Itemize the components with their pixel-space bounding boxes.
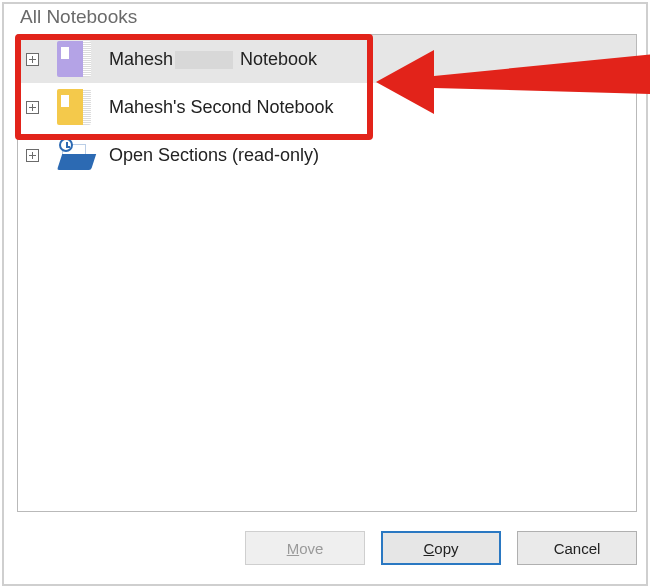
notebook-icon (57, 41, 91, 77)
open-sections-label: Open Sections (read-only) (109, 145, 319, 166)
dialog-buttons: Move Copy Cancel (17, 524, 637, 572)
tree-header: All Notebooks (20, 6, 137, 28)
notebook-label: Mahesh Notebook (109, 49, 317, 70)
move-button: Move (245, 531, 365, 565)
expand-icon[interactable] (26, 101, 39, 114)
notebook-icon (57, 89, 91, 125)
expand-icon[interactable] (26, 53, 39, 66)
copy-button[interactable]: Copy (381, 531, 501, 565)
expand-icon[interactable] (26, 149, 39, 162)
notebook-label: Mahesh's Second Notebook (109, 97, 334, 118)
move-copy-dialog: All Notebooks Mahesh Notebook Mahesh's S… (8, 4, 646, 584)
cancel-button[interactable]: Cancel (517, 531, 637, 565)
screenshot-frame: All Notebooks Mahesh Notebook Mahesh's S… (2, 2, 648, 586)
open-sections-icon (57, 140, 91, 170)
open-sections-row[interactable]: Open Sections (read-only) (18, 131, 636, 179)
notebook-row-2[interactable]: Mahesh's Second Notebook (18, 83, 636, 131)
redacted-text (175, 51, 233, 69)
notebook-row-1[interactable]: Mahesh Notebook (18, 35, 636, 83)
notebooks-tree[interactable]: Mahesh Notebook Mahesh's Second Notebook… (17, 34, 637, 512)
